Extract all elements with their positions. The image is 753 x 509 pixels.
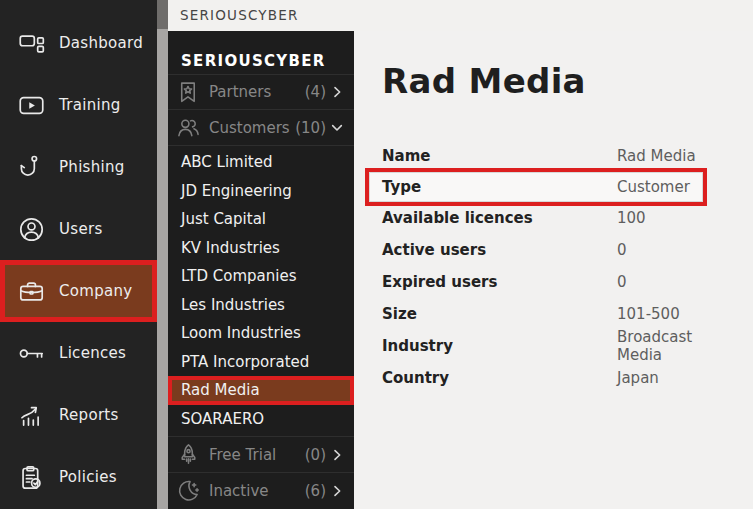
sidebar-item-label: Training: [59, 96, 121, 114]
detail-row-industry: Industry Broadcast Media: [382, 330, 710, 362]
sidebar-item-label: Company: [59, 282, 132, 300]
main-sidebar: Dashboard Training Phishing Users: [0, 0, 157, 509]
detail-row-available-licences: Available licences 100: [382, 202, 710, 234]
top-bar: SERIOUSCYBER: [168, 0, 753, 31]
sidebar-item-label: Policies: [59, 468, 117, 486]
scrollbar-thumb[interactable]: [157, 0, 168, 29]
group-count: (10): [295, 119, 326, 137]
detail-value: Japan: [617, 369, 659, 387]
bookmark-star-icon: [176, 80, 201, 105]
user-circle-icon: [18, 216, 45, 243]
fish-hook-icon: [18, 154, 45, 181]
detail-row-name: Name Rad Media: [382, 140, 710, 172]
app-window: Dashboard Training Phishing Users: [0, 0, 753, 509]
customer-item[interactable]: SOARAERO: [168, 405, 354, 434]
detail-value: 0: [617, 273, 627, 291]
chevron-right-icon: [329, 483, 345, 499]
sidebar-item-company[interactable]: Company: [0, 260, 157, 322]
chart-growth-icon: [18, 402, 45, 429]
customer-item[interactable]: Loom Industries: [168, 319, 354, 348]
video-play-icon: [18, 92, 45, 119]
group-label: Customers: [209, 119, 290, 137]
group-label: Free Trial: [209, 446, 276, 464]
customer-item[interactable]: Les Industries: [168, 291, 354, 320]
inactive-group[interactable]: Inactive (6): [168, 472, 354, 508]
detail-label: Name: [382, 147, 617, 165]
company-detail: Rad Media Name Rad Media Type Customer A…: [354, 31, 753, 509]
customer-list: ABC Limited JD Engineering Just Capital …: [168, 148, 354, 433]
detail-value: Rad Media: [617, 147, 696, 165]
moon-icon: [176, 478, 201, 503]
key-icon: [18, 340, 45, 367]
group-count: (6): [305, 482, 326, 500]
group-label: Partners: [209, 83, 271, 101]
chevron-right-icon: [329, 84, 345, 100]
sidebar-item-label: Licences: [59, 344, 126, 362]
customer-item-selected[interactable]: Rad Media: [168, 376, 354, 405]
detail-label: Expired users: [382, 273, 617, 291]
group-count: (0): [305, 446, 326, 464]
detail-value: Broadcast Media: [617, 328, 710, 364]
detail-list: Name Rad Media Type Customer Available l…: [382, 140, 710, 394]
detail-value: Customer: [617, 178, 690, 196]
sidebar-item-phishing[interactable]: Phishing: [0, 136, 157, 198]
detail-value: 101-500: [617, 305, 680, 323]
detail-row-type: Type Customer: [369, 172, 703, 202]
rocket-icon: [176, 442, 201, 467]
panel-title: SERIOUSCYBER: [181, 52, 326, 70]
partners-group[interactable]: Partners (4): [168, 74, 354, 110]
sidebar-item-users[interactable]: Users: [0, 198, 157, 260]
detail-label: Type: [382, 178, 617, 196]
detail-row-active-users: Active users 0: [382, 234, 710, 266]
chevron-right-icon: [329, 447, 345, 463]
sidebar-item-policies[interactable]: Policies: [0, 446, 157, 508]
detail-row-country: Country Japan: [382, 362, 710, 394]
company-groups: Partners (4) Customers (10): [168, 74, 354, 146]
people-icon: [176, 115, 201, 140]
sidebar-nav: Dashboard Training Phishing Users: [0, 12, 157, 508]
sidebar-item-label: Reports: [59, 406, 119, 424]
company-panel: SERIOUSCYBER Partners (4) Customers (10): [168, 31, 354, 509]
sidebar-item-licences[interactable]: Licences: [0, 322, 157, 384]
customer-item[interactable]: PTA Incorporated: [168, 348, 354, 377]
customer-item[interactable]: Just Capital: [168, 205, 354, 234]
detail-row-expired-users: Expired users 0: [382, 266, 710, 298]
group-count: (4): [305, 83, 326, 101]
dashboard-icon: [18, 30, 45, 57]
detail-value: 0: [617, 241, 627, 259]
sidebar-item-reports[interactable]: Reports: [0, 384, 157, 446]
company-footer-groups: Free Trial (0) Inactive (6): [168, 436, 354, 508]
page-title: Rad Media: [382, 61, 586, 101]
clipboard-check-icon: [18, 464, 45, 491]
sidebar-item-label: Phishing: [59, 158, 125, 176]
customer-item[interactable]: LTD Companies: [168, 262, 354, 291]
sidebar-item-training[interactable]: Training: [0, 74, 157, 136]
sidebar-item-dashboard[interactable]: Dashboard: [0, 12, 157, 74]
sidebar-scrollbar[interactable]: [157, 0, 168, 509]
detail-value: 100: [617, 209, 646, 227]
detail-label: Country: [382, 369, 617, 387]
customer-item[interactable]: JD Engineering: [168, 177, 354, 206]
detail-label: Active users: [382, 241, 617, 259]
sidebar-item-label: Dashboard: [59, 34, 143, 52]
detail-label: Industry: [382, 337, 617, 355]
detail-label: Size: [382, 305, 617, 323]
sidebar-item-label: Users: [59, 220, 103, 238]
brand-name: SERIOUSCYBER: [180, 7, 299, 23]
chevron-down-icon: [329, 120, 345, 136]
free-trial-group[interactable]: Free Trial (0): [168, 436, 354, 472]
customer-item[interactable]: KV Industries: [168, 234, 354, 263]
group-label: Inactive: [209, 482, 269, 500]
customer-item[interactable]: ABC Limited: [168, 148, 354, 177]
customers-group[interactable]: Customers (10): [168, 110, 354, 146]
detail-label: Available licences: [382, 209, 617, 227]
detail-row-size: Size 101-500: [382, 298, 710, 330]
briefcase-icon: [18, 278, 45, 305]
